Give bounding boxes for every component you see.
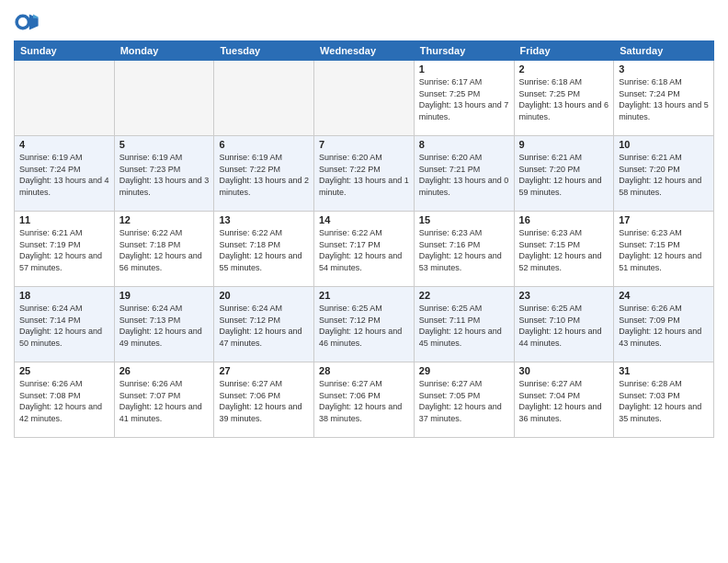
calendar-week: 11 Sunrise: 6:21 AM Sunset: 7:19 PM Dayl…: [15, 212, 714, 287]
day-number: 19: [119, 290, 210, 301]
day-number: 10: [619, 139, 709, 150]
calendar-cell: 19 Sunrise: 6:24 AM Sunset: 7:13 PM Dayl…: [114, 287, 214, 362]
day-info: Sunrise: 6:19 AM Sunset: 7:22 PM Dayligh…: [219, 152, 309, 198]
day-info: Sunrise: 6:18 AM Sunset: 7:24 PM Dayligh…: [619, 76, 709, 122]
day-number: 29: [419, 365, 509, 376]
calendar-week: 1 Sunrise: 6:17 AM Sunset: 7:25 PM Dayli…: [15, 61, 714, 136]
calendar-cell: [114, 61, 214, 136]
calendar-cell: [214, 61, 314, 136]
calendar-cell: 12 Sunrise: 6:22 AM Sunset: 7:18 PM Dayl…: [114, 212, 214, 287]
day-number: 28: [319, 365, 409, 376]
day-info: Sunrise: 6:17 AM Sunset: 7:25 PM Dayligh…: [419, 76, 509, 122]
day-number: 1: [419, 63, 509, 75]
header: [14, 9, 714, 35]
day-info: Sunrise: 6:22 AM Sunset: 7:17 PM Dayligh…: [319, 227, 409, 273]
day-number: 22: [419, 290, 509, 301]
day-number: 24: [619, 290, 709, 301]
calendar-cell: 2 Sunrise: 6:18 AM Sunset: 7:25 PM Dayli…: [514, 61, 614, 136]
day-info: Sunrise: 6:23 AM Sunset: 7:16 PM Dayligh…: [419, 227, 509, 273]
calendar-cell: 6 Sunrise: 6:19 AM Sunset: 7:22 PM Dayli…: [214, 136, 314, 212]
calendar-cell: 16 Sunrise: 6:23 AM Sunset: 7:15 PM Dayl…: [514, 212, 614, 287]
logo-icon: [14, 9, 40, 35]
day-number: 9: [519, 139, 609, 150]
calendar-week: 4 Sunrise: 6:19 AM Sunset: 7:24 PM Dayli…: [15, 136, 714, 212]
calendar-cell: 20 Sunrise: 6:24 AM Sunset: 7:12 PM Dayl…: [214, 287, 314, 362]
calendar-cell: 1 Sunrise: 6:17 AM Sunset: 7:25 PM Dayli…: [414, 61, 514, 136]
day-number: 14: [319, 214, 409, 225]
day-info: Sunrise: 6:23 AM Sunset: 7:15 PM Dayligh…: [619, 227, 709, 273]
day-number: 26: [119, 365, 210, 376]
weekday-header: Wednesday: [314, 41, 415, 61]
calendar-cell: 3 Sunrise: 6:18 AM Sunset: 7:24 PM Dayli…: [614, 61, 714, 136]
calendar-cell: 17 Sunrise: 6:23 AM Sunset: 7:15 PM Dayl…: [614, 212, 714, 287]
day-number: 16: [519, 214, 609, 225]
day-info: Sunrise: 6:20 AM Sunset: 7:22 PM Dayligh…: [319, 152, 409, 198]
day-info: Sunrise: 6:25 AM Sunset: 7:11 PM Dayligh…: [419, 303, 509, 349]
day-number: 4: [19, 139, 109, 150]
calendar-cell: 15 Sunrise: 6:23 AM Sunset: 7:16 PM Dayl…: [414, 212, 514, 287]
day-info: Sunrise: 6:26 AM Sunset: 7:08 PM Dayligh…: [19, 378, 109, 424]
svg-point-1: [18, 17, 28, 27]
day-number: 21: [319, 290, 409, 301]
day-info: Sunrise: 6:27 AM Sunset: 7:06 PM Dayligh…: [219, 378, 309, 424]
day-number: 27: [219, 365, 309, 376]
day-number: 5: [119, 139, 210, 150]
calendar-cell: 18 Sunrise: 6:24 AM Sunset: 7:14 PM Dayl…: [15, 287, 115, 362]
day-number: 8: [419, 139, 509, 150]
day-number: 18: [19, 290, 109, 301]
day-info: Sunrise: 6:20 AM Sunset: 7:21 PM Dayligh…: [419, 152, 509, 198]
day-number: 13: [219, 214, 309, 225]
day-info: Sunrise: 6:19 AM Sunset: 7:23 PM Dayligh…: [119, 152, 210, 198]
svg-marker-3: [33, 15, 39, 18]
day-number: 20: [219, 290, 309, 301]
day-info: Sunrise: 6:22 AM Sunset: 7:18 PM Dayligh…: [219, 227, 309, 273]
calendar-cell: 26 Sunrise: 6:26 AM Sunset: 7:07 PM Dayl…: [114, 362, 214, 438]
calendar-cell: 9 Sunrise: 6:21 AM Sunset: 7:20 PM Dayli…: [514, 136, 614, 212]
day-info: Sunrise: 6:24 AM Sunset: 7:12 PM Dayligh…: [219, 303, 309, 349]
calendar-cell: 30 Sunrise: 6:27 AM Sunset: 7:04 PM Dayl…: [514, 362, 614, 438]
weekday-header: Saturday: [614, 41, 714, 61]
day-number: 2: [519, 63, 609, 75]
day-info: Sunrise: 6:25 AM Sunset: 7:10 PM Dayligh…: [519, 303, 609, 349]
day-number: 23: [519, 290, 609, 301]
day-info: Sunrise: 6:25 AM Sunset: 7:12 PM Dayligh…: [319, 303, 409, 349]
day-number: 25: [19, 365, 109, 376]
calendar-cell: 13 Sunrise: 6:22 AM Sunset: 7:18 PM Dayl…: [214, 212, 314, 287]
calendar-cell: 8 Sunrise: 6:20 AM Sunset: 7:21 PM Dayli…: [414, 136, 514, 212]
logo: [14, 9, 43, 35]
day-info: Sunrise: 6:28 AM Sunset: 7:03 PM Dayligh…: [619, 378, 709, 424]
calendar-week: 25 Sunrise: 6:26 AM Sunset: 7:08 PM Dayl…: [15, 362, 714, 438]
day-number: 3: [619, 63, 709, 75]
day-number: 31: [619, 365, 709, 376]
day-number: 7: [319, 139, 409, 150]
day-number: 12: [119, 214, 210, 225]
calendar-cell: [15, 61, 115, 136]
weekday-header: Friday: [514, 41, 614, 61]
calendar-cell: 22 Sunrise: 6:25 AM Sunset: 7:11 PM Dayl…: [414, 287, 514, 362]
day-info: Sunrise: 6:27 AM Sunset: 7:04 PM Dayligh…: [519, 378, 609, 424]
day-info: Sunrise: 6:26 AM Sunset: 7:09 PM Dayligh…: [619, 303, 709, 349]
page-container: SundayMondayTuesdayWednesdayThursdayFrid…: [0, 0, 728, 563]
day-info: Sunrise: 6:21 AM Sunset: 7:20 PM Dayligh…: [519, 152, 609, 198]
calendar-cell: [314, 61, 415, 136]
day-info: Sunrise: 6:19 AM Sunset: 7:24 PM Dayligh…: [19, 152, 109, 198]
calendar-cell: 28 Sunrise: 6:27 AM Sunset: 7:06 PM Dayl…: [314, 362, 415, 438]
calendar-cell: 14 Sunrise: 6:22 AM Sunset: 7:17 PM Dayl…: [314, 212, 415, 287]
weekday-header: Tuesday: [214, 41, 314, 61]
day-info: Sunrise: 6:22 AM Sunset: 7:18 PM Dayligh…: [119, 227, 210, 273]
calendar-body: 1 Sunrise: 6:17 AM Sunset: 7:25 PM Dayli…: [15, 61, 714, 438]
day-info: Sunrise: 6:27 AM Sunset: 7:05 PM Dayligh…: [419, 378, 509, 424]
weekday-header: Sunday: [15, 41, 115, 61]
day-info: Sunrise: 6:23 AM Sunset: 7:15 PM Dayligh…: [519, 227, 609, 273]
calendar-cell: 21 Sunrise: 6:25 AM Sunset: 7:12 PM Dayl…: [314, 287, 415, 362]
day-info: Sunrise: 6:18 AM Sunset: 7:25 PM Dayligh…: [519, 76, 609, 122]
calendar-week: 18 Sunrise: 6:24 AM Sunset: 7:14 PM Dayl…: [15, 287, 714, 362]
calendar-cell: 7 Sunrise: 6:20 AM Sunset: 7:22 PM Dayli…: [314, 136, 415, 212]
day-info: Sunrise: 6:26 AM Sunset: 7:07 PM Dayligh…: [119, 378, 210, 424]
calendar-cell: 24 Sunrise: 6:26 AM Sunset: 7:09 PM Dayl…: [614, 287, 714, 362]
day-number: 15: [419, 214, 509, 225]
day-info: Sunrise: 6:24 AM Sunset: 7:14 PM Dayligh…: [19, 303, 109, 349]
calendar-cell: 25 Sunrise: 6:26 AM Sunset: 7:08 PM Dayl…: [15, 362, 115, 438]
weekday-row: SundayMondayTuesdayWednesdayThursdayFrid…: [15, 41, 714, 61]
weekday-header: Monday: [114, 41, 214, 61]
